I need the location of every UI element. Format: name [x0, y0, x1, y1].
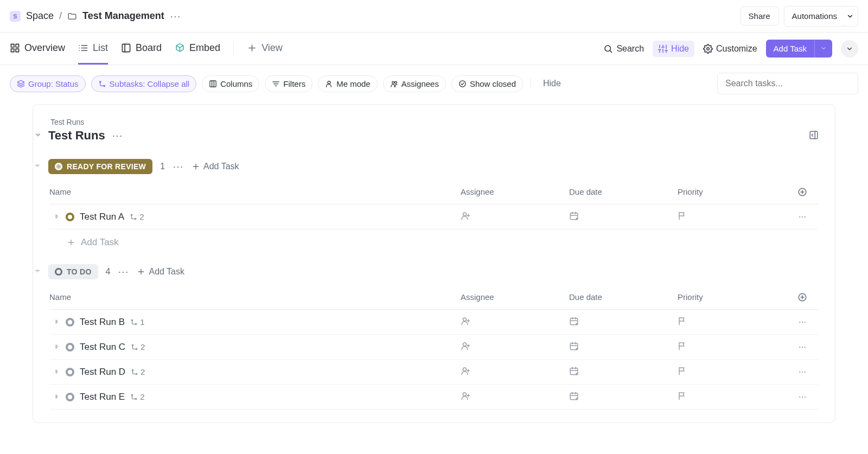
- due-date-cell[interactable]: [569, 316, 678, 328]
- priority-cell[interactable]: [678, 391, 786, 402]
- task-expand-toggle[interactable]: [54, 393, 60, 401]
- add-column-button[interactable]: [786, 187, 819, 199]
- tab-board[interactable]: Board: [121, 33, 162, 65]
- assignee-cell[interactable]: [461, 341, 569, 353]
- automations-dropdown[interactable]: [842, 6, 858, 27]
- priority-cell[interactable]: [678, 341, 786, 353]
- task-more-icon[interactable]: ⋯: [786, 213, 819, 221]
- assignee-cell[interactable]: [461, 316, 569, 328]
- filters-pill[interactable]: Filters: [265, 75, 312, 92]
- task-title[interactable]: Test Run C: [80, 342, 125, 353]
- add-task-button[interactable]: Add Task: [766, 40, 832, 57]
- task-status-dot[interactable]: [66, 343, 74, 351]
- group-collapse-toggle[interactable]: [34, 267, 41, 276]
- subtask-count[interactable]: 1: [130, 317, 144, 327]
- col-assignee[interactable]: Assignee: [461, 187, 569, 199]
- col-priority[interactable]: Priority: [678, 292, 786, 304]
- task-title[interactable]: Test Run D: [80, 367, 125, 378]
- tab-list[interactable]: List: [78, 33, 108, 65]
- share-button[interactable]: Share: [741, 7, 778, 25]
- task-row[interactable]: Test Run D 2 ⋯: [49, 360, 819, 385]
- task-status-dot[interactable]: [66, 368, 74, 376]
- task-status-dot[interactable]: [66, 318, 74, 327]
- space-badge[interactable]: S: [10, 11, 21, 22]
- col-name[interactable]: Name: [49, 187, 461, 199]
- inline-add-task[interactable]: Add Task: [49, 229, 819, 248]
- assignee-cell[interactable]: [461, 366, 569, 378]
- customize-action[interactable]: Customize: [703, 44, 757, 54]
- task-title[interactable]: Test Run B: [80, 317, 125, 328]
- group-pill[interactable]: Group: Status: [10, 75, 86, 92]
- breadcrumb-more-icon[interactable]: ⋯: [170, 10, 181, 23]
- assignees-label: Assignees: [401, 79, 439, 88]
- me-mode-pill[interactable]: Me mode: [318, 75, 378, 92]
- task-more-icon[interactable]: ⋯: [786, 318, 819, 327]
- task-more-icon[interactable]: ⋯: [786, 343, 819, 351]
- panel-breadcrumb[interactable]: Test Runs: [50, 118, 819, 126]
- due-date-cell[interactable]: [569, 211, 678, 222]
- col-due[interactable]: Due date: [569, 187, 678, 199]
- search-action[interactable]: Search: [603, 44, 644, 54]
- subtask-count[interactable]: 2: [131, 367, 145, 376]
- due-date-cell[interactable]: [569, 391, 678, 402]
- status-tag[interactable]: TO DO: [48, 264, 98, 279]
- assignee-cell[interactable]: [461, 211, 569, 222]
- col-assignee[interactable]: Assignee: [461, 292, 569, 304]
- subtask-count[interactable]: 2: [131, 342, 145, 351]
- subtasks-pill[interactable]: Subtasks: Collapse all: [91, 75, 197, 92]
- task-row[interactable]: Test Run E 2 ⋯: [49, 385, 819, 410]
- show-closed-pill[interactable]: Show closed: [451, 75, 523, 92]
- collapse-panel-button[interactable]: [809, 130, 819, 142]
- status-tag[interactable]: READY FOR REVIEW: [48, 159, 152, 174]
- task-status-dot[interactable]: [66, 213, 74, 221]
- due-date-cell[interactable]: [569, 341, 678, 353]
- hide-filter-button[interactable]: Hide: [539, 79, 565, 88]
- group-more-icon[interactable]: ⋯: [173, 160, 184, 173]
- add-view-button[interactable]: View: [247, 33, 283, 65]
- task-row[interactable]: Test Run A 2 ⋯: [49, 204, 819, 229]
- task-expand-toggle[interactable]: [54, 213, 60, 221]
- automations-button[interactable]: Automations: [784, 6, 845, 27]
- subtask-count[interactable]: 2: [130, 212, 144, 221]
- hide-action[interactable]: Hide: [653, 41, 694, 57]
- assignees-pill[interactable]: Assignees: [383, 75, 446, 92]
- group-add-task[interactable]: Add Task: [192, 162, 239, 171]
- assignee-cell[interactable]: [461, 391, 569, 402]
- task-more-icon[interactable]: ⋯: [786, 368, 819, 376]
- embed-icon: [175, 43, 185, 53]
- more-round-button[interactable]: [841, 40, 858, 57]
- search-tasks-field[interactable]: [725, 79, 850, 88]
- add-task-dropdown[interactable]: [814, 40, 832, 57]
- priority-cell[interactable]: [678, 366, 786, 378]
- group-collapse-toggle[interactable]: [34, 162, 41, 171]
- due-date-cell[interactable]: [569, 366, 678, 378]
- breadcrumb-folder[interactable]: Test Management: [82, 10, 164, 22]
- tab-embed[interactable]: Embed: [175, 33, 220, 65]
- svg-point-35: [328, 81, 330, 84]
- columns-pill[interactable]: Columns: [202, 75, 259, 92]
- panel-more-icon[interactable]: ⋯: [112, 129, 123, 142]
- group-more-icon[interactable]: ⋯: [118, 265, 129, 278]
- col-priority[interactable]: Priority: [678, 187, 786, 199]
- priority-cell[interactable]: [678, 211, 786, 222]
- group-add-task[interactable]: Add Task: [137, 267, 184, 277]
- task-row[interactable]: Test Run C 2 ⋯: [49, 335, 819, 360]
- content: Test Runs Test Runs ⋯ READY FOR REVIEW 1…: [0, 104, 868, 445]
- task-more-icon[interactable]: ⋯: [786, 393, 819, 401]
- task-status-dot[interactable]: [66, 393, 74, 401]
- priority-cell[interactable]: [678, 316, 786, 328]
- col-due[interactable]: Due date: [569, 292, 678, 304]
- panel-collapse-toggle[interactable]: [34, 131, 42, 140]
- task-expand-toggle[interactable]: [54, 318, 60, 327]
- task-expand-toggle[interactable]: [54, 368, 60, 376]
- add-column-button[interactable]: [786, 292, 819, 304]
- task-title[interactable]: Test Run A: [80, 212, 124, 222]
- col-name[interactable]: Name: [49, 292, 461, 304]
- breadcrumb-space[interactable]: Space: [26, 10, 54, 22]
- tab-overview[interactable]: Overview: [10, 33, 65, 65]
- task-row[interactable]: Test Run B 1 ⋯: [49, 310, 819, 335]
- task-title[interactable]: Test Run E: [80, 392, 125, 402]
- search-tasks-input[interactable]: [717, 73, 858, 94]
- task-expand-toggle[interactable]: [54, 343, 60, 351]
- subtask-count[interactable]: 2: [130, 392, 144, 401]
